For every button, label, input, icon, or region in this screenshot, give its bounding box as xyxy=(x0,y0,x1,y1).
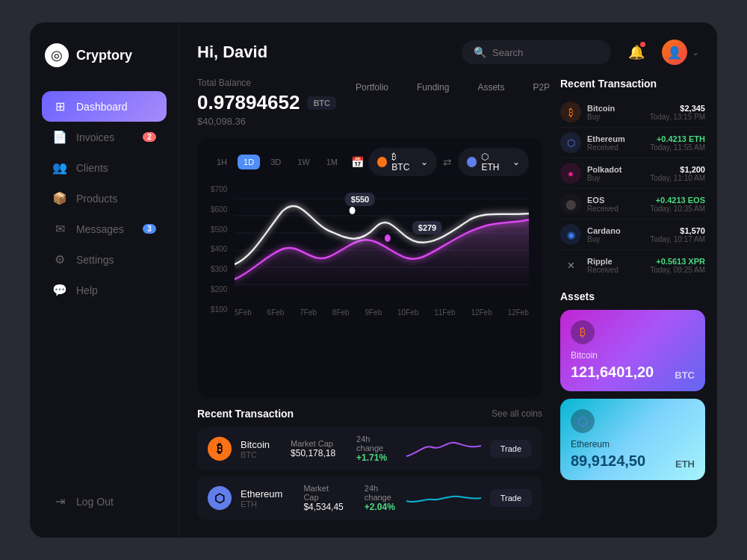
tab-funding[interactable]: Funding xyxy=(405,78,461,98)
sidebar-item-invoices[interactable]: 📄 Invoices 2 xyxy=(42,122,167,152)
sidebar-item-products[interactable]: 📦 Products xyxy=(42,183,167,214)
time-btn-1m[interactable]: 1M xyxy=(320,155,344,169)
tx-coin-icon-1: ⬡ xyxy=(560,132,581,153)
recent-tx-title: Recent Transaction xyxy=(197,408,294,420)
chart-container: 1H 1D 3D 1W 1M 📅 ₿ BTC ⌄ ⇄ xyxy=(197,137,542,397)
time-btn-1h[interactable]: 1H xyxy=(211,155,233,169)
chart-svg-wrapper: $700 $600 $500 $400 $300 $200 $100 xyxy=(211,182,529,317)
right-panel: Recent Transaction ₿ Bitcoin Buy $2,345 … xyxy=(560,78,717,538)
eth-trade-button[interactable]: Trade xyxy=(490,489,532,507)
search-input[interactable] xyxy=(492,47,597,58)
eth-chevron: ⌄ xyxy=(512,157,520,167)
tx-coin-name-0: Bitcoin xyxy=(587,104,644,113)
list-item: ⬡ Ethereum Received +0.4213 ETH Today, 1… xyxy=(560,128,705,158)
invoices-icon: 📄 xyxy=(52,130,67,144)
tx-info-4: Cardano Buy xyxy=(587,226,644,243)
tx-amount-5: +0.5613 XPR Today, 09:25 AM xyxy=(650,257,705,274)
nav-section: ⊞ Dashboard 📄 Invoices 2 👥 Clients 📦 Pro… xyxy=(42,91,167,305)
eth-asset-icon: ⬡ xyxy=(571,409,595,433)
sidebar-label-clients: Clients xyxy=(76,162,108,174)
table-row: ⬡ Ethereum ETH Market Cap $4,534,45 24h … xyxy=(197,476,542,520)
recent-tx-header: Recent Transaction See all coins xyxy=(197,408,542,420)
tx-time-4: Today, 10:17 AM xyxy=(650,235,705,243)
swap-icon[interactable]: ⇄ xyxy=(443,156,452,168)
transaction-list: ₿ Bitcoin Buy $2,345 Today, 13:15 PM ⬡ E… xyxy=(560,97,705,280)
tx-time-0: Today, 13:15 PM xyxy=(650,113,705,121)
eth-name-col: Ethereum ETH xyxy=(241,488,282,508)
x-axis: 5Feb 6Feb 7Feb 8Feb 9Feb 10Feb 11Feb 12F… xyxy=(235,308,529,317)
logout-icon: ⇥ xyxy=(52,494,67,508)
sidebar-item-clients[interactable]: 👥 Clients xyxy=(42,152,167,183)
tx-type-2: Buy xyxy=(587,174,644,182)
sidebar: ◎ Cryptory ⊞ Dashboard 📄 Invoices 2 👥 Cl… xyxy=(30,22,179,538)
tab-assets[interactable]: Assets xyxy=(465,78,516,98)
tab-p2p[interactable]: P2P xyxy=(521,78,560,98)
avatar-area[interactable]: 👤 ⌄ xyxy=(662,40,699,65)
invoices-badge: 2 xyxy=(143,132,156,142)
main-content: Hi, David 🔍 🔔 👤 ⌄ Total Bal xyxy=(179,22,717,538)
sidebar-item-help[interactable]: 💬 Help xyxy=(42,275,167,305)
avatar: 👤 xyxy=(662,40,687,65)
chart-header: 1H 1D 3D 1W 1M 📅 ₿ BTC ⌄ ⇄ xyxy=(211,148,529,176)
top-bar: Hi, David 🔍 🔔 👤 ⌄ xyxy=(179,22,717,78)
sidebar-item-messages[interactable]: ✉ Messages 3 xyxy=(42,214,167,244)
sidebar-item-settings[interactable]: ⚙ Settings xyxy=(42,244,167,275)
tx-coin-name-5: Ripple xyxy=(587,257,644,266)
tx-type-5: Received xyxy=(587,266,644,274)
see-all-coins[interactable]: See all coins xyxy=(492,408,542,419)
svg-point-7 xyxy=(385,234,391,242)
calendar-icon[interactable]: 📅 xyxy=(351,156,364,168)
tx-amount-val-0: $2,345 xyxy=(650,104,705,113)
tx-time-2: Today, 11:10 AM xyxy=(650,174,705,182)
eth-selector[interactable]: ⬡ ETH ⌄ xyxy=(458,148,529,176)
time-btn-1d[interactable]: 1D xyxy=(238,155,260,169)
assets-section: Assets ₿ Bitcoin 121,6401,20 BTC ⬡ Ether… xyxy=(560,290,705,488)
y-axis: $700 $600 $500 $400 $300 $200 $100 xyxy=(211,182,227,317)
tx-amount-val-3: +0.4213 EOS xyxy=(650,196,705,205)
btc-chevron: ⌄ xyxy=(421,157,428,167)
eth-asset-card[interactable]: ⬡ Ethereum 89,9124,50 ETH xyxy=(560,399,705,480)
eth-label: ⬡ ETH xyxy=(481,152,508,172)
logo-icon: ◎ xyxy=(45,43,69,67)
tab-portfolio[interactable]: Portfolio xyxy=(344,78,400,98)
tx-coin-name-2: Polkadot xyxy=(587,165,644,174)
btc-asset-name: Bitcoin xyxy=(571,350,695,361)
tx-coin-icon-3: ⬤ xyxy=(560,193,581,214)
chart-svg xyxy=(235,182,529,302)
btc-selector[interactable]: ₿ BTC ⌄ xyxy=(368,148,437,176)
chevron-down-icon: ⌄ xyxy=(692,47,699,57)
tx-time-3: Today, 10:35 AM xyxy=(650,205,705,213)
tx-coin-name-1: Ethereum xyxy=(587,134,644,143)
products-icon: 📦 xyxy=(52,191,67,205)
recent-tx-right-title: Recent Transaction xyxy=(560,78,705,90)
btc-trade-button[interactable]: Trade xyxy=(490,440,532,458)
tx-coin-name-4: Cardano xyxy=(587,226,644,235)
btc-label: ₿ BTC xyxy=(391,152,416,172)
btc-marketcap-col: Market Cap $50,178,18 xyxy=(291,439,335,458)
tx-amount-0: $2,345 Today, 13:15 PM xyxy=(650,104,705,121)
notification-dot xyxy=(640,42,645,47)
list-item: ⬤ EOS Received +0.4213 EOS Today, 10:35 … xyxy=(560,189,705,220)
btc-name-col: Bitcoin BTC xyxy=(241,439,270,459)
tx-amount-3: +0.4213 EOS Today, 10:35 AM xyxy=(650,196,705,213)
logout-button[interactable]: ⇥ Log Out xyxy=(42,486,167,517)
logo-area: ◎ Cryptory xyxy=(42,43,167,67)
sidebar-label-products: Products xyxy=(76,193,117,205)
time-btn-1w[interactable]: 1W xyxy=(291,155,316,169)
search-box[interactable]: 🔍 xyxy=(462,40,611,64)
tx-amount-2: $1,200 Today, 11:10 AM xyxy=(650,165,705,182)
time-btn-3d[interactable]: 3D xyxy=(264,155,287,169)
btc-asset-card[interactable]: ₿ Bitcoin 121,6401,20 BTC xyxy=(560,310,705,391)
tx-info-1: Ethereum Received xyxy=(587,134,644,152)
sidebar-item-dashboard[interactable]: ⊞ Dashboard xyxy=(42,91,167,122)
center-panel: Total Balance 0.97894652 BTC PortfolioFu… xyxy=(179,78,560,538)
tx-coin-icon-4: ◉ xyxy=(560,224,581,245)
logout-label: Log Out xyxy=(76,496,114,508)
notification-button[interactable]: 🔔 xyxy=(623,39,650,66)
tx-amount-val-1: +0.4213 ETH xyxy=(650,134,705,143)
btc-mini-chart xyxy=(406,435,481,462)
table-row: ₿ Bitcoin BTC Market Cap $50,178,18 24h … xyxy=(197,427,542,470)
tx-amount-val-4: $1,570 xyxy=(650,226,705,235)
tx-type-3: Received xyxy=(587,205,644,213)
tx-amount-val-5: +0.5613 XPR xyxy=(650,257,705,266)
